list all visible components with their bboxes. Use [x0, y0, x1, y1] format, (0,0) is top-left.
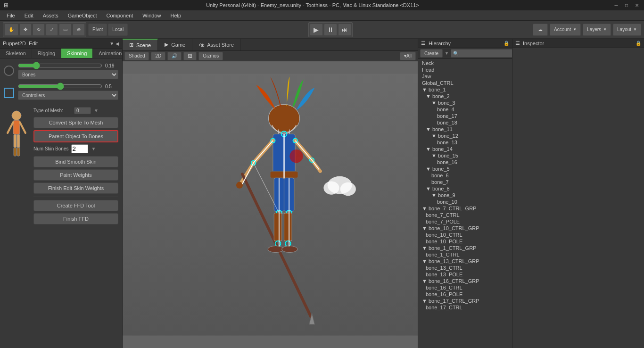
pause-button[interactable]: ⏸	[324, 24, 337, 36]
maximize-button[interactable]: □	[623, 2, 630, 8]
hierarchy-item-4[interactable]: ▼ bone_1	[418, 86, 512, 93]
hierarchy-item-29[interactable]: bone_1_CTRL	[418, 251, 512, 258]
hierarchy-item-8[interactable]: bone_17	[418, 113, 512, 119]
hierarchy-item-23[interactable]: bone_7_CTRL	[418, 212, 512, 218]
scale-tool-button[interactable]: ⤢	[46, 24, 58, 36]
hierarchy-item-15[interactable]: bone_16	[418, 159, 512, 166]
hierarchy-item-10[interactable]: ▼ bone_11	[418, 126, 512, 133]
hierarchy-item-7[interactable]: bone_4	[418, 106, 512, 113]
num-skin-input[interactable]	[71, 144, 88, 153]
paint-weights-button[interactable]: Paint Weights	[33, 169, 118, 181]
menu-item-assets[interactable]: Assets	[38, 12, 63, 19]
hierarchy-item-20[interactable]: ▼ bone_9	[418, 192, 512, 199]
left-panel-collapse[interactable]: ▼ ◀	[109, 41, 119, 46]
hierarchy-item-1[interactable]: Head	[418, 66, 512, 73]
svg-point-47	[340, 182, 356, 196]
hierarchy-lock-icon[interactable]: 🔒	[504, 41, 509, 46]
convert-sprite-button[interactable]: Convert Sprite To Mesh	[33, 117, 118, 128]
layout-dropdown[interactable]: Layout	[613, 24, 641, 36]
play-button[interactable]: ▶	[310, 24, 323, 36]
hierarchy-item-24[interactable]: bone_7_POLE	[418, 218, 512, 225]
bones-select[interactable]: Bones	[18, 70, 118, 79]
num-skin-arrow[interactable]: ▼	[91, 146, 96, 151]
hierarchy-item-21[interactable]: bone_10	[418, 199, 512, 205]
hierarchy-item-35[interactable]: bone_16_POLE	[418, 291, 512, 298]
menu-item-gameobject[interactable]: GameObject	[63, 12, 102, 19]
hierarchy-item-25[interactable]: ▼ bone_10_CTRL_GRP	[418, 225, 512, 232]
hierarchy-item-22[interactable]: ▼ bone_7_CTRL_GRP	[418, 205, 512, 212]
hierarchy-item-14[interactable]: ▼ bone_15	[418, 152, 512, 159]
rect-tool-button[interactable]: ▭	[59, 24, 72, 36]
slider1-input[interactable]	[18, 62, 102, 69]
menu-item-file[interactable]: File	[2, 12, 20, 19]
hierarchy-item-3[interactable]: Global_CTRL	[418, 80, 512, 86]
rotate-tool-button[interactable]: ↻	[33, 24, 45, 36]
hierarchy-item-34[interactable]: bone_16_CTRL	[418, 284, 512, 291]
hierarchy-item-6[interactable]: ▼ bone_3	[418, 99, 512, 106]
menu-item-help[interactable]: Help	[165, 12, 186, 19]
create-dropdown-arrow[interactable]: ▼	[445, 51, 449, 56]
game-tab[interactable]: ▶ Game	[158, 39, 192, 50]
2d-button[interactable]: 2D	[151, 52, 165, 60]
finish-ffd-button[interactable]: Finish FFD	[33, 213, 118, 224]
main-toolbar: ✋ ✥ ↻ ⤢ ▭ ⊕ Pivot Local ▶ ⏸ ⏭ ☁ Account …	[0, 21, 644, 39]
hierarchy-item-33[interactable]: ▼ bone_16_CTRL_GRP	[418, 278, 512, 284]
controllers-select[interactable]: Controllers	[18, 91, 118, 100]
shaded-button[interactable]: Shaded	[124, 52, 149, 60]
step-button[interactable]: ⏭	[338, 24, 351, 36]
image-button[interactable]: 🖼	[183, 52, 197, 60]
account-dropdown[interactable]: Account	[550, 24, 581, 36]
hierarchy-item-37[interactable]: bone_17_CTRL	[418, 304, 512, 311]
scene-tab[interactable]: ⊞ Scene	[123, 39, 158, 50]
hierarchy-item-2[interactable]: Jaw	[418, 73, 512, 80]
tab-rigging[interactable]: Rigging	[32, 49, 61, 58]
hierarchy-item-11[interactable]: ▼ bone_12	[418, 133, 512, 139]
audio-button[interactable]: 🔊	[167, 52, 182, 60]
layers-all-button[interactable]: ▾All	[400, 52, 416, 60]
transform-tool-button[interactable]: ⊕	[73, 24, 85, 36]
type-of-mesh-arrow[interactable]: ▼	[94, 108, 99, 113]
hierarchy-item-9[interactable]: bone_18	[418, 119, 512, 126]
hierarchy-item-36[interactable]: ▼ bone_17_CTRL_GRP	[418, 298, 512, 304]
cloud-button[interactable]: ☁	[533, 24, 548, 36]
hierarchy-item-5[interactable]: ▼ bone_2	[418, 93, 512, 99]
layers-dropdown[interactable]: Layers	[583, 24, 611, 36]
hierarchy-item-12[interactable]: bone_13	[418, 139, 512, 146]
inspector-lock-icon[interactable]: 🔒	[636, 41, 641, 46]
hierarchy-item-26[interactable]: bone_10_CTRL	[418, 232, 512, 238]
gizmos-button[interactable]: Gizmos	[198, 52, 223, 60]
asset-store-tab[interactable]: 🛍 Asset Store	[192, 39, 241, 50]
slider2-input[interactable]	[18, 83, 102, 90]
hierarchy-item-30[interactable]: ▼ bone_13_CTRL_GRP	[418, 258, 512, 265]
hierarchy-item-32[interactable]: bone_13_POLE	[418, 271, 512, 278]
hierarchy-item-17[interactable]: bone_6	[418, 172, 512, 179]
hierarchy-icon: ☰	[421, 40, 426, 46]
parent-object-button[interactable]: Parent Object To Bones	[33, 130, 118, 142]
scene-view[interactable]	[123, 61, 418, 348]
move-tool-button[interactable]: ✥	[19, 24, 32, 36]
hierarchy-search-input[interactable]	[451, 49, 515, 58]
type-of-mesh-input[interactable]	[74, 107, 91, 114]
hierarchy-item-31[interactable]: bone_13_CTRL	[418, 265, 512, 271]
menu-item-edit[interactable]: Edit	[20, 12, 38, 19]
menu-item-component[interactable]: Component	[101, 12, 138, 19]
pivot-button[interactable]: Pivot	[88, 24, 107, 36]
bind-smooth-button[interactable]: Bind Smooth Skin	[33, 156, 118, 167]
hand-tool-button[interactable]: ✋	[4, 24, 18, 36]
finish-edit-button[interactable]: Finish Edit Skin Weights	[33, 182, 118, 194]
hierarchy-item-19[interactable]: ▼ bone_8	[418, 185, 512, 192]
menu-item-window[interactable]: Window	[138, 12, 165, 19]
hierarchy-item-16[interactable]: ▼ bone_5	[418, 166, 512, 172]
hierarchy-item-18[interactable]: bone_7	[418, 179, 512, 185]
hierarchy-item-13[interactable]: ▼ bone_14	[418, 146, 512, 152]
tab-skinning[interactable]: Skinning	[61, 49, 93, 58]
hierarchy-item-27[interactable]: bone_10_POLE	[418, 238, 512, 245]
tab-skeleton[interactable]: Skeleton	[0, 49, 32, 58]
hierarchy-item-28[interactable]: ▼ bone_1_CTRL_GRP	[418, 245, 512, 251]
close-button[interactable]: ✕	[634, 2, 640, 8]
create-ffd-button[interactable]: Create FFD Tool	[33, 200, 118, 211]
hierarchy-item-0[interactable]: Neck	[418, 60, 512, 66]
local-button[interactable]: Local	[108, 24, 128, 36]
minimize-button[interactable]: ─	[613, 2, 619, 8]
create-button[interactable]: Create	[420, 49, 443, 58]
